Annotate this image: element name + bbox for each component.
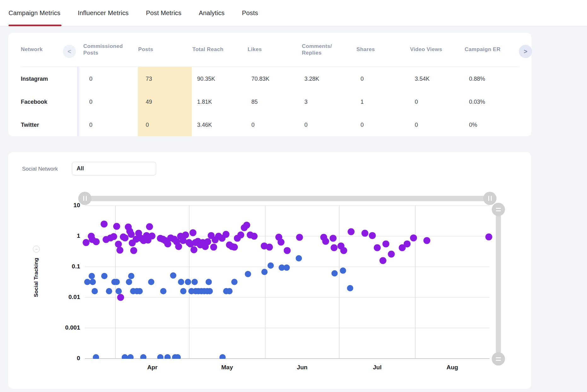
network-name: Twitter <box>21 120 39 130</box>
social-tracking-chart-panel: Social Network All 10 1 0.1 0.01 0.001 0… <box>8 152 531 389</box>
col-header-commissioned-posts: Commissioned Posts <box>83 41 126 58</box>
x-tick-may: May <box>213 364 241 371</box>
cell-total-reach: 3.46K <box>197 120 212 130</box>
tab-post-metrics[interactable]: Post Metrics <box>146 0 181 26</box>
cell-total-reach: 90.35K <box>197 74 215 84</box>
network-name: Facebook <box>21 97 47 107</box>
range-slider-bottom-handle[interactable] <box>492 352 505 366</box>
y-tick-1: 1 <box>45 232 80 239</box>
x-tick-aug: Aug <box>438 364 467 371</box>
cell-comments: 3.28K <box>304 74 319 84</box>
col-header-posts: Posts <box>138 41 153 58</box>
cell-video-views: 0 <box>415 120 418 130</box>
chevron-left-icon: < <box>68 48 71 55</box>
scroll-right-button[interactable]: > <box>519 45 532 58</box>
x-tick-jun: Jun <box>288 364 316 371</box>
tab-campaign-metrics[interactable]: Campaign Metrics <box>9 0 60 26</box>
campaign-metrics-table-panel: Network < Commissioned Posts Posts Total… <box>8 33 531 136</box>
cell-commissioned-posts: 0 <box>89 97 92 107</box>
cell-video-views: 0 <box>415 97 418 107</box>
y-tick-10: 10 <box>45 202 80 209</box>
grip-icon <box>488 196 489 201</box>
cell-comments: 3 <box>304 97 308 107</box>
cell-posts: 0 <box>146 120 149 130</box>
range-slider-right-handle[interactable] <box>483 192 496 205</box>
cell-likes: 0 <box>251 120 255 130</box>
col-header-video-views: Video Views <box>410 41 442 58</box>
cell-comments: 0 <box>304 120 308 130</box>
cell-campaign-er: 0.88% <box>469 74 485 84</box>
horizontal-range-slider-track[interactable] <box>85 196 490 201</box>
y-axis-title: Social Tracking <box>33 274 39 297</box>
col-header-likes: Likes <box>248 41 262 58</box>
cell-shares: 0 <box>361 120 364 130</box>
cell-commissioned-posts: 0 <box>89 120 92 130</box>
grip-icon <box>491 196 492 201</box>
cell-posts: 49 <box>146 97 152 107</box>
cell-likes: 70.83K <box>251 74 269 84</box>
tab-influencer-metrics[interactable]: Influencer Metrics <box>78 0 128 26</box>
tabs-bar: Campaign Metrics Influencer Metrics Post… <box>0 0 587 26</box>
cell-commissioned-posts: 0 <box>89 74 92 84</box>
cell-shares: 0 <box>361 74 364 84</box>
cell-shares: 1 <box>361 97 364 107</box>
grip-icon <box>83 196 84 201</box>
cell-campaign-er: 0.03% <box>469 97 485 107</box>
range-slider-top-handle[interactable] <box>492 203 505 216</box>
column-scroll-shadow <box>77 67 80 136</box>
vertical-range-slider-track[interactable] <box>496 208 501 359</box>
col-header-comments-replies: Comments/ Replies <box>302 41 337 58</box>
col-header-shares: Shares <box>356 41 375 58</box>
cell-video-views: 3.54K <box>415 74 430 84</box>
y-tick-0-1: 0.1 <box>45 263 80 270</box>
axis-collapse-icon[interactable]: − <box>33 246 40 253</box>
y-tick-0: 0 <box>45 355 80 362</box>
network-name: Instagram <box>21 74 48 84</box>
col-header-total-reach: Total Reach <box>192 41 223 58</box>
scroll-left-button[interactable]: < <box>63 45 76 58</box>
header-divider <box>21 67 519 67</box>
col-header-campaign-er: Campaign ER <box>465 41 501 58</box>
grip-icon <box>496 208 501 211</box>
col-header-network: Network <box>21 41 43 58</box>
cell-likes: 85 <box>251 97 258 107</box>
range-slider-left-handle[interactable] <box>78 192 91 205</box>
tab-analytics[interactable]: Analytics <box>199 0 225 26</box>
cell-total-reach: 1.81K <box>197 97 212 107</box>
x-tick-jul: Jul <box>363 364 391 371</box>
y-tick-0-001: 0.001 <box>45 324 80 331</box>
grip-icon <box>496 357 501 361</box>
tab-posts[interactable]: Posts <box>242 0 258 26</box>
chevron-right-icon: > <box>524 48 527 55</box>
y-tick-0-01: 0.01 <box>45 294 80 301</box>
x-tick-apr: Apr <box>138 364 167 371</box>
scatter-chart <box>8 152 531 389</box>
cell-posts: 73 <box>146 74 152 84</box>
grip-icon <box>86 196 87 201</box>
cell-campaign-er: 0% <box>469 120 477 130</box>
